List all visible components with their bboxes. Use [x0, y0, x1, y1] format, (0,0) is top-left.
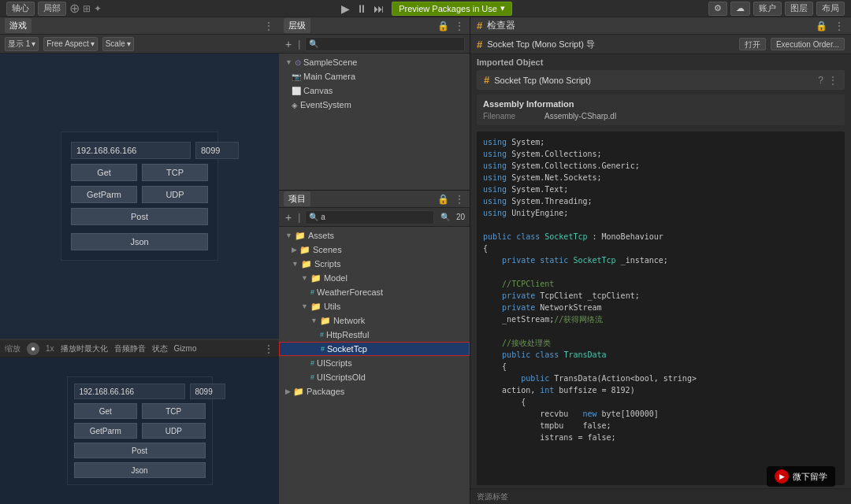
middle-panel: 层级 🔒 ⋮ + | 🔍 ▼ ⊙ SampleScene: [279, 17, 470, 504]
move-icon[interactable]: ⊕: [69, 1, 80, 16]
hierarchy-search-input[interactable]: [321, 39, 461, 48]
step-button[interactable]: ⏭: [371, 3, 387, 14]
hierarchy-more[interactable]: ⋮: [454, 20, 465, 32]
json-button[interactable]: Json: [71, 233, 208, 250]
inspector-lock-btn[interactable]: 🔒: [814, 20, 829, 32]
eventsystem-icon: ◈: [292, 101, 298, 109]
resolution-dropdown[interactable]: Free Aspect▾: [43, 37, 97, 51]
project-search-input[interactable]: [321, 213, 430, 221]
assets-arrow: ▼: [285, 232, 292, 239]
mini-json-button[interactable]: Json: [74, 462, 206, 478]
inspector-content: Imported Object # Socket Tcp (Mono Scrip…: [470, 54, 851, 488]
tab-game[interactable]: 游戏: [5, 18, 32, 33]
project-zoom-icon[interactable]: 🔍: [439, 213, 452, 221]
layers-button[interactable]: 图层: [785, 2, 813, 16]
hierarchy-item-main-camera[interactable]: 📷 Main Camera: [279, 69, 470, 83]
preview-packages-button[interactable]: Preview Packages in Use ▾: [392, 2, 512, 16]
mini-get-button[interactable]: Get: [74, 403, 138, 419]
project-item-scripts[interactable]: ▼ 📁 Scripts: [279, 257, 470, 271]
mini-ip-input[interactable]: [74, 384, 185, 399]
hierarchy-item-canvas[interactable]: ⬜ Canvas: [279, 83, 470, 98]
cs-icon-http: #: [320, 331, 324, 339]
play-button[interactable]: ▶: [339, 3, 352, 14]
project-item-utils[interactable]: ▼ 📁 Utils: [279, 299, 470, 313]
project-lock-btn[interactable]: 🔒: [436, 194, 451, 205]
layout-button[interactable]: 布局: [816, 2, 845, 16]
tools-icon[interactable]: ✦: [94, 3, 102, 14]
tab-project[interactable]: 项目: [284, 191, 310, 206]
top-bar-center: ▶ ⏸ ⏭ Preview Packages in Use ▾: [288, 2, 564, 16]
account-button[interactable]: 账户: [753, 2, 782, 16]
project-item-httprestful[interactable]: # HttpRestful: [279, 328, 470, 342]
scene-item-samplescene[interactable]: ▼ ⊙ SampleScene: [279, 55, 470, 69]
cs-icon-uiscripts: #: [310, 359, 314, 367]
game-tab-bar: 游戏 ⋮: [0, 17, 279, 35]
hierarchy-search-icon: 🔍: [309, 39, 318, 48]
mini-udp-button[interactable]: UDP: [142, 423, 206, 439]
axis-btn[interactable]: 轴心: [6, 2, 35, 16]
zoom-label: 缩放: [5, 343, 20, 354]
project-item-uiscriptsold[interactable]: # UIScriptsOld: [279, 370, 470, 384]
hierarchy-search[interactable]: 🔍: [305, 37, 465, 51]
port-input[interactable]: 8099: [195, 142, 239, 159]
comp-more-icon2[interactable]: ⋮: [828, 75, 838, 86]
execution-order-button[interactable]: Execution Order...: [771, 38, 845, 50]
snap-icon[interactable]: ⊞: [83, 3, 91, 14]
mini-tcp-button[interactable]: TCP: [142, 403, 206, 419]
project-add-btn[interactable]: +: [284, 211, 293, 224]
cloud-button[interactable]: ☁: [730, 2, 750, 16]
game-tab-more[interactable]: ⋮: [263, 20, 274, 32]
bottom-more[interactable]: ⋮: [263, 343, 274, 355]
watermark-text: 微下留学: [793, 471, 827, 483]
inspector-more[interactable]: ⋮: [834, 20, 845, 32]
utils-arrow: ▼: [301, 302, 308, 310]
project-panel: 项目 🔒 ⋮ + | 🔍 🔍 20 ▼ 📁 As: [279, 191, 470, 504]
get-button[interactable]: Get: [71, 164, 137, 181]
pause-button[interactable]: ⏸: [354, 3, 370, 14]
mini-port-input[interactable]: [190, 384, 225, 399]
post-button[interactable]: Post: [71, 208, 208, 225]
hierarchy-add-btn[interactable]: +: [284, 38, 293, 50]
project-search[interactable]: 🔍: [305, 210, 434, 224]
hierarchy-lock-btn[interactable]: 🔒: [436, 20, 451, 32]
stats-label[interactable]: 状态: [152, 343, 168, 354]
project-item-weatherforecast[interactable]: # WeatherForecast: [279, 285, 470, 299]
project-item-scenes[interactable]: ▶ 📁 Scenes: [279, 243, 470, 257]
assembly-filename-label: Filename: [483, 112, 538, 120]
settings-button[interactable]: ⚙: [708, 2, 727, 16]
inspector-header: # 检查器 🔒 ⋮: [470, 17, 851, 35]
mini-post-button[interactable]: Post: [74, 443, 206, 458]
project-item-uiscripts[interactable]: # UIScripts: [279, 356, 470, 370]
project-item-assets[interactable]: ▼ 📁 Assets: [279, 228, 470, 243]
packages-arrow: ▶: [285, 387, 291, 395]
project-item-sockettcp[interactable]: # SocketTcp: [279, 342, 470, 356]
top-bar-right: ⚙ ☁ 账户 图层 布局: [568, 2, 845, 16]
project-item-packages[interactable]: ▶ 📁 Packages: [279, 384, 470, 398]
maximize-label[interactable]: 播放时最大化: [61, 343, 108, 354]
comp-help-icon[interactable]: ?: [818, 75, 823, 86]
project-toolbar: + | 🔍 🔍 20: [279, 208, 470, 227]
mute-label[interactable]: 音频静音: [114, 343, 146, 354]
game-view-content: 192.168.66.166 8099 Get TCP GetParm UDP …: [0, 54, 279, 339]
inspector-panel: # 检查器 🔒 ⋮ # Socket Tcp (Mono Script) 导 打…: [470, 17, 851, 504]
mini-get-tcp-row: Get TCP: [74, 403, 206, 419]
project-more[interactable]: ⋮: [454, 193, 465, 206]
inspector-title: 检查器: [487, 19, 515, 32]
udp-button[interactable]: UDP: [142, 186, 208, 203]
display-dropdown[interactable]: 显示 1▾: [5, 37, 39, 51]
scale-dropdown[interactable]: Scale▾: [102, 37, 134, 51]
gizmos-label[interactable]: Gizmo: [174, 344, 197, 353]
tab-hierarchy[interactable]: 层级: [284, 18, 310, 33]
comp-name-label: Socket Tcp (Mono Script): [494, 76, 813, 85]
getparm-udp-row: GetParm UDP: [71, 186, 208, 203]
open-button[interactable]: 打开: [739, 38, 766, 50]
project-item-network[interactable]: ▼ 📁 Network: [279, 313, 470, 328]
getparm-button[interactable]: GetParm: [71, 186, 137, 203]
tcp-button[interactable]: TCP: [142, 164, 208, 181]
mini-getparm-button[interactable]: GetParm: [74, 423, 138, 439]
hierarchy-item-eventsystem[interactable]: ◈ EventSystem: [279, 98, 470, 112]
left-panel: 游戏 ⋮ 显示 1▾ Free Aspect▾ Scale▾ 192.168.: [0, 17, 279, 504]
ip-input[interactable]: 192.168.66.166: [71, 142, 191, 159]
project-item-model[interactable]: ▼ 📁 Model: [279, 271, 470, 285]
local-btn[interactable]: 局部: [38, 2, 66, 16]
